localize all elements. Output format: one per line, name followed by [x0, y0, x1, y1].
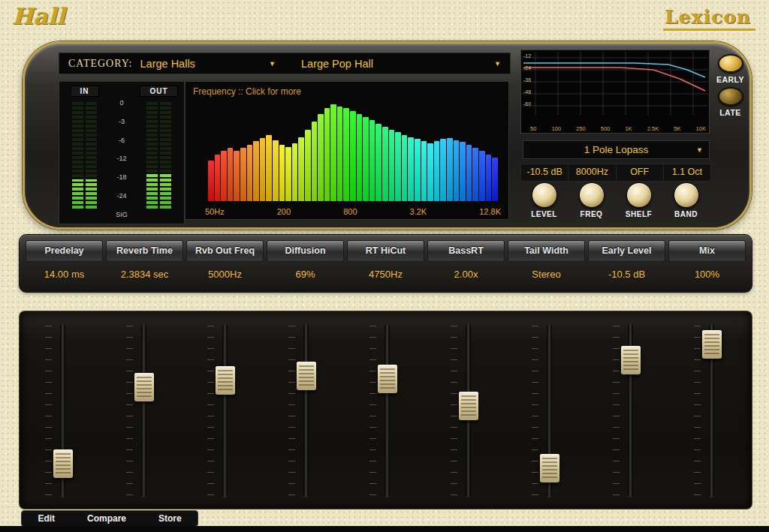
spectrum-bar — [395, 132, 401, 201]
meter-scale-label: 0 — [119, 99, 123, 107]
fader-knob[interactable] — [53, 449, 73, 478]
fader — [206, 314, 240, 506]
spectrum-bar — [260, 138, 266, 201]
spectrum-bar — [447, 138, 453, 201]
knob-value[interactable]: -10.5 dB — [521, 164, 568, 181]
freq-knob[interactable] — [579, 182, 605, 208]
fader-track[interactable] — [384, 324, 390, 497]
footer-buttons: EditCompareStore — [21, 510, 198, 527]
spectrum-bar — [324, 108, 330, 201]
shelf-knob[interactable] — [626, 182, 652, 208]
level-knob[interactable] — [532, 182, 557, 208]
frequency-display-title: Frequency :: Click for more — [193, 86, 301, 97]
late-button[interactable] — [718, 87, 743, 106]
spectrum-bar — [479, 151, 485, 201]
spectrum-bar — [343, 108, 349, 201]
spectrum-bar — [312, 122, 318, 201]
param-header[interactable]: Diffusion — [267, 240, 344, 262]
chevron-down-icon: ▼ — [494, 60, 501, 68]
spectrum-bar — [486, 155, 492, 201]
fader-track[interactable] — [141, 324, 146, 497]
meter-bar — [72, 101, 83, 210]
band-knob[interactable] — [674, 182, 699, 208]
spectrum-bar — [389, 130, 395, 201]
filter-dropdown[interactable]: 1 Pole Lopass ▼ — [523, 140, 710, 159]
fader — [287, 314, 321, 506]
fader-ticks — [126, 326, 133, 495]
spectrum-bar — [466, 145, 472, 201]
knob-label: BAND — [674, 210, 698, 218]
late-curve — [523, 68, 705, 91]
fader-knob[interactable] — [134, 373, 154, 401]
eq-x-label: 10K — [696, 125, 706, 132]
meter-lit-segment — [86, 179, 97, 210]
param-value[interactable]: 100% — [668, 269, 746, 280]
eq-x-label: 2.5K — [647, 125, 659, 132]
param-header[interactable]: Predelay — [26, 240, 103, 262]
preset-value: Large Pop Hall — [301, 58, 373, 70]
param-value[interactable]: 2.3834 sec — [106, 269, 183, 280]
param-value[interactable]: 5000Hz — [186, 269, 264, 280]
early-label: EARLY — [716, 75, 744, 84]
early-late-switch: EARLY LATE — [713, 51, 748, 152]
io-meters: IN 0-3-6-12-18-24SIG OUT — [59, 81, 185, 224]
knob-value[interactable]: OFF — [616, 164, 663, 181]
param-value[interactable]: Stereo — [508, 269, 585, 280]
knob-cell: LEVEL — [520, 182, 568, 226]
spectrum-bar — [363, 117, 369, 201]
compare-button[interactable]: Compare — [87, 513, 126, 524]
fader-track[interactable] — [303, 324, 309, 497]
knob-label: FREQ — [581, 210, 603, 218]
spectrum-bar — [427, 143, 433, 201]
knob-label: LEVEL — [531, 210, 557, 218]
fader-ticks — [451, 326, 457, 495]
fader — [449, 314, 484, 506]
param-header[interactable]: Early Level — [588, 240, 665, 262]
fader — [368, 314, 403, 506]
fader-knob[interactable] — [297, 362, 316, 390]
frequency-display[interactable]: Frequency :: Click for more 50Hz2008003.… — [185, 81, 509, 220]
param-header[interactable]: Tail Width — [508, 240, 585, 262]
eq-x-label: 50 — [530, 125, 536, 132]
spectrum-bar — [402, 135, 408, 201]
param-header[interactable]: Mix — [668, 240, 746, 262]
in-meter-label: IN — [71, 86, 99, 97]
knob-value[interactable]: 8000Hz — [568, 164, 615, 181]
knob-value[interactable]: 1.1 Oct — [663, 164, 710, 181]
fader-knob[interactable] — [621, 346, 641, 374]
fader-track[interactable] — [222, 324, 228, 497]
spectrum-axis-labels: 50Hz2008003.2K12.8K — [205, 207, 501, 216]
param-value[interactable]: 69% — [267, 269, 344, 280]
param-value[interactable]: 14.00 ms — [26, 269, 103, 280]
fader-knob[interactable] — [540, 454, 559, 482]
early-button[interactable] — [718, 54, 743, 73]
fader-knob[interactable] — [216, 366, 235, 395]
category-dropdown[interactable]: CATEGORY: Large Halls ▼ — [59, 53, 285, 74]
knob-cell: SHELF — [615, 182, 662, 226]
param-value[interactable]: 4750Hz — [347, 269, 424, 280]
param-header[interactable]: Rvb Out Freq — [186, 240, 264, 262]
fader-knob[interactable] — [378, 365, 397, 393]
fader-panel — [19, 311, 752, 509]
spectrum-bar — [208, 161, 214, 201]
preset-dropdown[interactable]: Large Pop Hall ▼ — [285, 53, 510, 74]
fader-knob[interactable] — [459, 392, 478, 420]
param-header[interactable]: RT HiCut — [347, 240, 424, 262]
param-value[interactable]: -10.5 dB — [588, 269, 665, 280]
in-meter-column: IN — [61, 84, 108, 221]
spectrum-axis-label: 50Hz — [205, 207, 225, 216]
param-value[interactable]: 2.00x — [427, 269, 505, 280]
knobs-row: LEVELFREQSHELFBAND — [520, 182, 710, 226]
fader-ticks — [613, 326, 620, 495]
meter-bar — [86, 101, 97, 210]
eq-display: -12-24-36-48-60 501002505001K2.5K5K10K — [520, 50, 710, 134]
eq-y-label: -24 — [523, 65, 531, 71]
edit-button[interactable]: Edit — [38, 513, 55, 524]
eq-x-labels: 501002505001K2.5K5K10K — [530, 125, 706, 132]
param-header[interactable]: Reverb Time — [106, 240, 183, 262]
param-header[interactable]: BassRT — [427, 240, 505, 262]
fader-knob[interactable] — [702, 330, 722, 359]
store-button[interactable]: Store — [158, 513, 182, 524]
fader — [125, 314, 159, 506]
spectrum-bar — [298, 137, 304, 201]
